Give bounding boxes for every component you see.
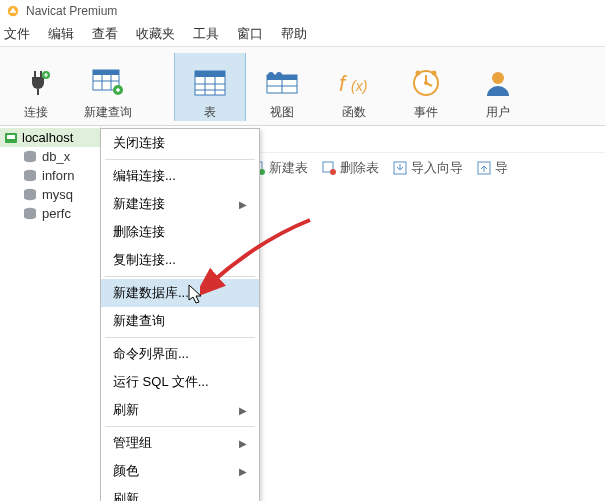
svg-point-20 (276, 72, 282, 78)
submenu-arrow-icon: ▶ (239, 405, 247, 416)
ctx-color[interactable]: 颜色▶ (101, 457, 259, 485)
separator (105, 426, 255, 427)
table-icon (193, 66, 227, 100)
ctx-manage-group[interactable]: 管理组▶ (101, 429, 259, 457)
db-label: db_x (42, 149, 70, 164)
tool-function-label: 函数 (342, 104, 366, 121)
ctx-new-database[interactable]: 新建数据库... (101, 279, 259, 307)
action-delete-label: 删除表 (340, 159, 379, 177)
svg-point-31 (492, 72, 504, 84)
database-icon (22, 188, 38, 202)
submenu-arrow-icon: ▶ (239, 438, 247, 449)
tool-event-label: 事件 (414, 104, 438, 121)
database-icon (22, 169, 38, 183)
user-icon (481, 66, 515, 100)
ctx-run-sql[interactable]: 运行 SQL 文件... (101, 368, 259, 396)
menu-file[interactable]: 文件 (4, 25, 30, 43)
tool-connect[interactable]: 连接 (0, 53, 72, 121)
action-delete-table[interactable]: 删除表 (322, 159, 379, 177)
grid-plus-icon (91, 66, 125, 100)
svg-text:(x): (x) (351, 78, 367, 94)
body: localhost db_x inforn mysq perfc 对象 (0, 126, 605, 223)
function-icon: f(x) (337, 66, 371, 100)
submenu-arrow-icon: ▶ (239, 199, 247, 210)
action-new-label: 新建表 (269, 159, 308, 177)
database-icon (22, 150, 38, 164)
ctx-refresh[interactable]: 刷新▶ (101, 396, 259, 424)
tool-view-label: 视图 (270, 104, 294, 121)
ctx-close-connection[interactable]: 关闭连接 (101, 129, 259, 157)
menu-edit[interactable]: 编辑 (48, 25, 74, 43)
menu-view[interactable]: 查看 (92, 25, 118, 43)
db-node[interactable]: db_x (0, 147, 100, 166)
submenu-arrow-icon: ▶ (239, 466, 247, 477)
svg-point-30 (432, 71, 437, 76)
import-icon (393, 161, 407, 175)
context-menu: 关闭连接 编辑连接... 新建连接▶ 删除连接 复制连接... 新建数据库...… (100, 128, 260, 501)
app-title: Navicat Premium (26, 4, 117, 18)
ctx-copy-connection[interactable]: 复制连接... (101, 246, 259, 274)
db-node[interactable]: mysq (0, 185, 100, 204)
tool-table[interactable]: 表 (174, 53, 246, 121)
database-icon (22, 207, 38, 221)
svg-rect-3 (37, 89, 39, 95)
connection-node[interactable]: localhost (0, 128, 100, 147)
svg-point-29 (416, 71, 421, 76)
tool-view[interactable]: 视图 (246, 53, 318, 121)
separator (105, 337, 255, 338)
menubar: 文件 编辑 查看 收藏夹 工具 窗口 帮助 (0, 22, 605, 47)
tool-user[interactable]: 用户 (462, 53, 534, 121)
ctx-cli[interactable]: 命令列界面... (101, 340, 259, 368)
svg-text:f: f (339, 71, 348, 96)
svg-point-44 (330, 169, 336, 175)
sidebar: localhost db_x inforn mysq perfc (0, 126, 100, 223)
export-icon (477, 161, 491, 175)
db-node[interactable]: inforn (0, 166, 100, 185)
svg-rect-2 (40, 71, 42, 77)
tool-event[interactable]: 事件 (390, 53, 462, 121)
action-export-wizard[interactable]: 导 (477, 159, 508, 177)
svg-rect-12 (195, 71, 225, 77)
ctx-new-query[interactable]: 新建查询 (101, 307, 259, 335)
svg-rect-33 (7, 135, 15, 139)
menu-window[interactable]: 窗口 (237, 25, 263, 43)
ctx-edit-connection[interactable]: 编辑连接... (101, 162, 259, 190)
db-label: perfc (42, 206, 71, 221)
menu-favorites[interactable]: 收藏夹 (136, 25, 175, 43)
titlebar: Navicat Premium (0, 0, 605, 22)
tool-function[interactable]: f(x) 函数 (318, 53, 390, 121)
menu-help[interactable]: 帮助 (281, 25, 307, 43)
menu-tools[interactable]: 工具 (193, 25, 219, 43)
separator (105, 276, 255, 277)
view-icon (265, 66, 299, 100)
clock-icon (409, 66, 443, 100)
ctx-refresh-2[interactable]: 刷新 (101, 485, 259, 501)
action-import-label: 导入向导 (411, 159, 463, 177)
app-logo (6, 4, 20, 18)
tool-connect-label: 连接 (24, 104, 48, 121)
table-delete-icon (322, 161, 336, 175)
svg-point-19 (268, 72, 274, 78)
tool-table-label: 表 (204, 104, 216, 121)
tool-new-query[interactable]: 新建查询 (72, 53, 144, 121)
action-import-wizard[interactable]: 导入向导 (393, 159, 463, 177)
toolbar: 连接 新建查询 表 视图 f(x) 函数 事件 用户 (0, 47, 605, 126)
separator (105, 159, 255, 160)
plug-icon (19, 66, 53, 100)
ctx-new-connection[interactable]: 新建连接▶ (101, 190, 259, 218)
svg-rect-1 (34, 71, 36, 77)
connection-label: localhost (22, 130, 73, 145)
db-label: inforn (42, 168, 75, 183)
tool-user-label: 用户 (486, 104, 510, 121)
db-label: mysq (42, 187, 73, 202)
db-node[interactable]: perfc (0, 204, 100, 223)
svg-rect-6 (93, 70, 119, 75)
ctx-delete-connection[interactable]: 删除连接 (101, 218, 259, 246)
tool-new-query-label: 新建查询 (84, 104, 132, 121)
action-export-label: 导 (495, 159, 508, 177)
connection-icon (4, 131, 18, 145)
